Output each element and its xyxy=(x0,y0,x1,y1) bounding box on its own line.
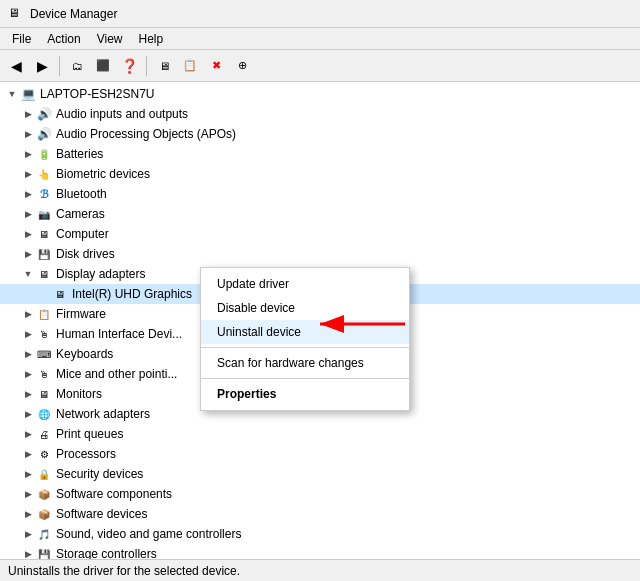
context-menu-disable-device[interactable]: Disable device xyxy=(201,296,409,320)
expand-icon: ▶ xyxy=(20,106,36,122)
expand-icon: ▶ xyxy=(20,326,36,342)
context-menu: Update driver Disable device Uninstall d… xyxy=(200,267,410,411)
tree-item-disk-drives[interactable]: ▶ 💾 Disk drives xyxy=(0,244,640,264)
tree-item-batteries[interactable]: ▶ 🔋 Batteries xyxy=(0,144,640,164)
expand-icon: ▶ xyxy=(20,126,36,142)
context-menu-sep1 xyxy=(201,347,409,348)
item-label: Display adapters xyxy=(56,267,145,281)
update-driver-label: Update driver xyxy=(217,277,289,291)
disable-device-label: Disable device xyxy=(217,301,295,315)
status-text: Uninstalls the driver for the selected d… xyxy=(8,564,240,578)
context-menu-scan-hardware[interactable]: Scan for hardware changes xyxy=(201,351,409,375)
item-icon: 🖥 xyxy=(36,226,52,242)
expand-icon: ▶ xyxy=(20,146,36,162)
tree-item-sound[interactable]: ▶ 🎵 Sound, video and game controllers xyxy=(0,524,640,544)
menu-bar: File Action View Help xyxy=(0,28,640,50)
expand-icon: ▶ xyxy=(20,346,36,362)
menu-help[interactable]: Help xyxy=(131,30,172,48)
tree-item-audio-processing[interactable]: ▶ 🔊 Audio Processing Objects (APOs) xyxy=(0,124,640,144)
expand-icon: ▶ xyxy=(20,206,36,222)
tree-item-biometric[interactable]: ▶ 👆 Biometric devices xyxy=(0,164,640,184)
uninstall-device-label: Uninstall device xyxy=(217,325,301,339)
toolbar-forward[interactable]: ▶ xyxy=(30,54,54,78)
item-icon: 📋 xyxy=(36,306,52,322)
tree-item-audio-inputs[interactable]: ▶ 🔊 Audio inputs and outputs xyxy=(0,104,640,124)
expand-icon: ▶ xyxy=(20,406,36,422)
item-icon: 🖥 xyxy=(36,266,52,282)
status-bar: Uninstalls the driver for the selected d… xyxy=(0,559,640,581)
tree-root[interactable]: ▼ 💻 LAPTOP-ESH2SN7U xyxy=(0,84,640,104)
expand-icon: ▶ xyxy=(20,246,36,262)
item-label: Bluetooth xyxy=(56,187,107,201)
item-icon: ⚙ xyxy=(36,446,52,462)
item-icon: 🔒 xyxy=(36,466,52,482)
tree-item-security[interactable]: ▶ 🔒 Security devices xyxy=(0,464,640,484)
item-label: Batteries xyxy=(56,147,103,161)
item-icon: 🖥 xyxy=(36,386,52,402)
item-label: Human Interface Devi... xyxy=(56,327,182,341)
tree-item-processors[interactable]: ▶ ⚙ Processors xyxy=(0,444,640,464)
expand-icon: ▶ xyxy=(20,306,36,322)
toolbar-properties[interactable]: 🗂 xyxy=(65,54,89,78)
toolbar-scan[interactable]: 🖥 xyxy=(152,54,176,78)
expand-icon: ▼ xyxy=(20,266,36,282)
item-icon: 💾 xyxy=(36,246,52,262)
item-icon: 🖱 xyxy=(36,326,52,342)
context-menu-sep2 xyxy=(201,378,409,379)
toolbar-sep1 xyxy=(59,56,60,76)
context-menu-properties[interactable]: Properties xyxy=(201,382,409,406)
item-icon: ⌨ xyxy=(36,346,52,362)
item-label: Security devices xyxy=(56,467,143,481)
menu-file[interactable]: File xyxy=(4,30,39,48)
item-icon: 💾 xyxy=(36,546,52,559)
item-icon: 👆 xyxy=(36,166,52,182)
expand-icon: ▶ xyxy=(20,546,36,559)
item-icon: 📦 xyxy=(36,506,52,522)
context-menu-uninstall-device[interactable]: Uninstall device xyxy=(201,320,409,344)
item-icon: ℬ xyxy=(36,186,52,202)
toolbar-update-driver[interactable]: ⊕ xyxy=(230,54,254,78)
item-label: Audio inputs and outputs xyxy=(56,107,188,121)
toolbar-back[interactable]: ◀ xyxy=(4,54,28,78)
item-icon: 🎵 xyxy=(36,526,52,542)
item-label: Software devices xyxy=(56,507,147,521)
expand-icon: ▶ xyxy=(20,226,36,242)
tree-item-cameras[interactable]: ▶ 📷 Cameras xyxy=(0,204,640,224)
expand-icon: ▶ xyxy=(20,446,36,462)
item-icon: 🔊 xyxy=(36,126,52,142)
toolbar-add[interactable]: 📋 xyxy=(178,54,202,78)
item-label: Print queues xyxy=(56,427,123,441)
item-label: Mice and other pointi... xyxy=(56,367,177,381)
expand-icon: ▶ xyxy=(20,366,36,382)
tree-item-computer[interactable]: ▶ 🖥 Computer xyxy=(0,224,640,244)
tree-item-software-components[interactable]: ▶ 📦 Software components xyxy=(0,484,640,504)
item-label: Storage controllers xyxy=(56,547,157,559)
toolbar-uninstall[interactable]: ✖ xyxy=(204,54,228,78)
item-label: Disk drives xyxy=(56,247,115,261)
expand-icon: ▶ xyxy=(20,426,36,442)
menu-action[interactable]: Action xyxy=(39,30,88,48)
toolbar-update[interactable]: ⬛ xyxy=(91,54,115,78)
item-label: Network adapters xyxy=(56,407,150,421)
scan-hardware-label: Scan for hardware changes xyxy=(217,356,364,370)
expand-icon: ▶ xyxy=(20,466,36,482)
menu-view[interactable]: View xyxy=(89,30,131,48)
item-icon: 🌐 xyxy=(36,406,52,422)
expand-icon: ▶ xyxy=(20,486,36,502)
expand-icon xyxy=(36,286,52,302)
toolbar-sep2 xyxy=(146,56,147,76)
context-menu-update-driver[interactable]: Update driver xyxy=(201,272,409,296)
item-icon: 🔊 xyxy=(36,106,52,122)
toolbar-help[interactable]: ❓ xyxy=(117,54,141,78)
item-label: Monitors xyxy=(56,387,102,401)
main-content: ▼ 💻 LAPTOP-ESH2SN7U ▶ 🔊 Audio inputs and… xyxy=(0,82,640,559)
item-label: Intel(R) UHD Graphics xyxy=(72,287,192,301)
item-label: Audio Processing Objects (APOs) xyxy=(56,127,236,141)
item-icon: 🖥 xyxy=(52,286,68,302)
tree-item-bluetooth[interactable]: ▶ ℬ Bluetooth xyxy=(0,184,640,204)
item-label: Cameras xyxy=(56,207,105,221)
tree-item-storage[interactable]: ▶ 💾 Storage controllers xyxy=(0,544,640,559)
tree-item-print[interactable]: ▶ 🖨 Print queues xyxy=(0,424,640,444)
tree-item-software-devices[interactable]: ▶ 📦 Software devices xyxy=(0,504,640,524)
item-icon: 🖨 xyxy=(36,426,52,442)
